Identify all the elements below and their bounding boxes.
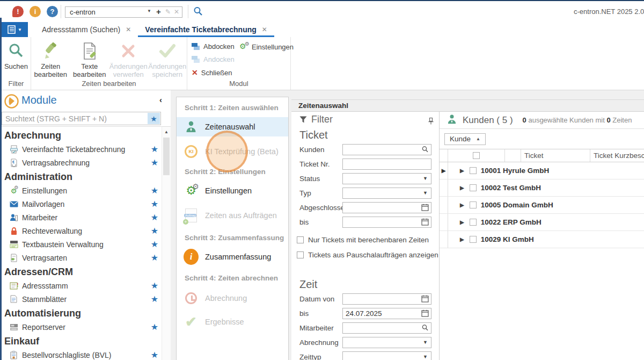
module-item-vertragsabrechnung[interactable]: € Vertragsabrechnung ★	[2, 156, 162, 169]
aenderungen-verwerfen-button[interactable]: Änderungen verwerfen	[109, 40, 148, 78]
wizard-item-abrechnung[interactable]: Abrechnung	[177, 289, 288, 308]
tab-vereinfachte-ticketabrechnung[interactable]: Vereinfachte Ticketabrechnung ✕	[138, 21, 274, 37]
row-checkbox[interactable]	[470, 201, 477, 208]
customer-row[interactable]: ▶ 10005 Domain GmbH	[440, 197, 644, 214]
ticket-nr-input[interactable]	[342, 159, 431, 170]
suchen-button[interactable]: Suchen	[2, 40, 31, 70]
module-item-textbaustein-verwaltung[interactable]: Textbaustein Verwaltung ★	[2, 237, 162, 251]
abgeschlossen-date-input[interactable]	[342, 202, 431, 213]
info-icon[interactable]: i	[30, 6, 41, 17]
profile-combobox[interactable]: c-entron ▼ + ✎ ✕	[65, 6, 182, 18]
andocken-button[interactable]: Andocken	[192, 55, 235, 63]
wizard-item-zusammenfassung[interactable]: i Zusammenfassung	[177, 246, 288, 268]
expand-arrow-icon[interactable]: ▶	[460, 236, 464, 242]
search-icon[interactable]	[193, 6, 203, 17]
expand-arrow-icon[interactable]: ▶	[460, 219, 464, 225]
customer-row[interactable]: ▶ 10002 Test GmbH	[440, 179, 644, 197]
search-icon[interactable]	[421, 324, 429, 333]
wizard-item-einstellungen[interactable]: ⚙⚙ Einstellungen	[177, 181, 288, 200]
abdocken-button[interactable]: Abdocken	[192, 42, 235, 51]
module-item-mailvorlagen[interactable]: Mailvorlagen ★	[2, 197, 162, 211]
abrechnung-dropdown[interactable]: ▼	[342, 337, 431, 348]
kurzbeschreibung-column-header[interactable]: Ticket Kurzbeschr	[590, 149, 644, 162]
favorite-star-icon[interactable]: ★	[151, 157, 158, 168]
zeiten-bearbeiten-button[interactable]: Zeiten bearbeiten	[31, 40, 70, 78]
pauschal-tickets-checkbox[interactable]	[297, 251, 304, 258]
contract-types-icon	[9, 254, 18, 262]
status-dropdown[interactable]: ▼	[342, 173, 431, 184]
help-icon[interactable]: ?	[47, 6, 58, 17]
wizard-item-zeiten-aus-auftraegen[interactable]: Auftrag+ Zeiten aus Aufträgen	[177, 206, 288, 225]
wizard-item-label: Zusammenfassung	[205, 253, 271, 261]
expand-arrow-icon[interactable]: ▶	[460, 202, 464, 208]
close-icon[interactable]: ✕	[174, 8, 179, 16]
module-item-vertragsarten[interactable]: Vertragsarten ★	[2, 251, 162, 264]
row-checkbox[interactable]	[470, 167, 477, 174]
favorite-star-icon[interactable]: ★	[151, 239, 158, 249]
module-item-bestellvorschlagliste[interactable]: Bestellvorschlagliste (BVL) ★	[2, 348, 162, 360]
zeittyp-dropdown[interactable]: ▼	[342, 351, 431, 360]
favorites-star-button[interactable]: ★	[148, 113, 160, 124]
aenderungen-speichern-button[interactable]: Änderungen speichern	[148, 40, 187, 78]
collapse-chevron-icon[interactable]: ‹	[159, 95, 162, 104]
calendar-icon[interactable]	[421, 309, 429, 319]
close-icon[interactable]: ✕	[126, 26, 131, 33]
sidebar-scrollbar[interactable]: ▲	[162, 126, 171, 360]
favorite-star-icon[interactable]: ★	[151, 144, 158, 154]
row-checkbox[interactable]	[470, 236, 477, 243]
abgeschlossen-bis-date-input[interactable]	[342, 217, 431, 228]
edit-icon[interactable]: ✎	[165, 8, 171, 16]
ticket-column-header[interactable]: Ticket	[521, 149, 590, 162]
favorite-star-icon[interactable]: ★	[151, 280, 158, 291]
row-checkbox[interactable]	[470, 184, 477, 191]
schliessen-button[interactable]: ✕ Schließen	[192, 68, 232, 77]
feedback-icon[interactable]: !	[12, 6, 24, 17]
close-icon[interactable]: ✕	[262, 26, 267, 33]
ki-badge-icon: KI	[184, 145, 199, 158]
calendar-icon[interactable]	[421, 295, 429, 304]
module-item-vereinfachte-ticketabrechnung[interactable]: Vereinfachte Ticketabrechnung ★	[2, 142, 162, 156]
select-all-checkbox[interactable]	[473, 152, 480, 159]
datum-bis-date-input[interactable]: 24.07.2025	[342, 308, 431, 319]
pin-icon[interactable]	[428, 117, 434, 127]
calendar-icon[interactable]	[421, 204, 429, 213]
search-icon[interactable]	[421, 146, 429, 155]
row-checkbox[interactable]	[470, 219, 477, 226]
customer-row[interactable]: ▶ 10022 ERP GmbH	[440, 214, 644, 231]
module-search-input[interactable]	[5, 113, 131, 124]
module-item-adressstamm[interactable]: Adressstamm ★	[2, 279, 162, 292]
expand-arrow-icon[interactable]: ▶	[460, 185, 464, 191]
favorite-star-icon[interactable]: ★	[151, 185, 158, 196]
expand-arrow-icon[interactable]: ▶	[460, 168, 464, 174]
chevron-down-icon[interactable]: ▼	[147, 9, 151, 13]
datum-von-date-input[interactable]	[342, 293, 431, 305]
nur-tickets-checkbox[interactable]	[297, 236, 304, 243]
kunden-input[interactable]	[342, 144, 431, 155]
favorite-star-icon[interactable]: ★	[151, 212, 158, 222]
wizard-item-ergebnisse[interactable]: ✔ Ergebnisse	[177, 312, 288, 332]
texte-bearbeiten-button[interactable]: Texte bearbeiten	[70, 40, 109, 78]
tab-menu-button[interactable]: ▼	[2, 22, 28, 37]
module-item-rechteverwaltung[interactable]: Rechteverwaltung ★	[2, 224, 162, 237]
scrollbar-thumb[interactable]	[163, 138, 170, 175]
favorite-star-icon[interactable]: ★	[151, 253, 158, 263]
module-item-einstellungen[interactable]: ⚙⚙ Einstellungen ★	[2, 184, 162, 197]
mitarbeiter-input[interactable]	[342, 322, 431, 334]
typ-dropdown[interactable]: ▼	[342, 188, 431, 199]
customer-row[interactable]: ▶ 10029 KI GmbH	[440, 231, 644, 248]
module-item-mitarbeiter[interactable]: Mitarbeiter ★	[2, 211, 162, 224]
add-icon[interactable]: +	[156, 7, 161, 16]
favorite-star-icon[interactable]: ★	[151, 226, 158, 236]
tab-adressstamm-suchen[interactable]: Adressstamm (Suchen) ✕	[35, 21, 138, 37]
module-item-reportserver[interactable]: Reportserver ★	[2, 320, 162, 334]
scroll-up-icon[interactable]: ▲	[162, 127, 171, 134]
favorite-star-icon[interactable]: ★	[151, 350, 158, 360]
calendar-icon[interactable]	[421, 218, 429, 227]
favorite-star-icon[interactable]: ★	[151, 294, 158, 304]
favorite-star-icon[interactable]: ★	[151, 322, 158, 332]
module-item-stammblaetter[interactable]: Stammblätter ★	[2, 292, 162, 306]
customer-row[interactable]: ▶ ▶ 10001 Hyrule GmbH	[440, 162, 644, 179]
favorite-star-icon[interactable]: ★	[151, 199, 158, 209]
einstellungen-button[interactable]: ⚙⚙ Einstellungen	[239, 42, 294, 51]
group-by-kunde-button[interactable]: Kunde ▲	[444, 133, 486, 145]
